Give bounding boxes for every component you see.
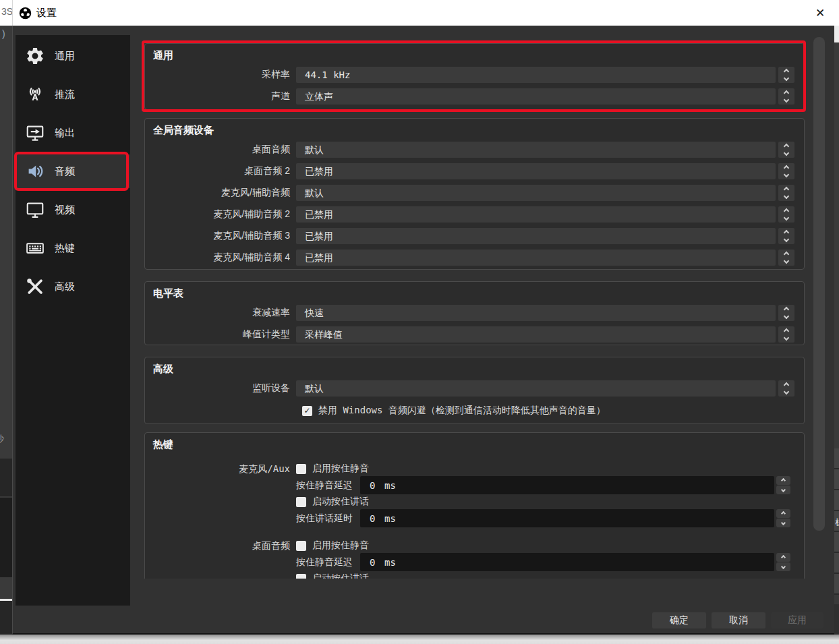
spinner-control[interactable] [778,305,794,321]
hotkey-group-label: 桌面音频 [145,539,296,579]
mic-aux-combo[interactable]: 默认 [296,185,776,201]
chevron-down-icon [784,76,789,81]
background-list-row [834,574,839,595]
checkbox-unchecked[interactable] [296,574,306,579]
chevron-down-icon [784,314,789,319]
desktop-background-strip [0,635,839,644]
chevron-down-icon [781,488,786,492]
spinner-control[interactable] [778,142,794,158]
monitoring-device-combo[interactable]: 默认 [296,380,776,397]
sidebar-item-label: 高级 [55,281,75,293]
settings-scroll-area[interactable]: 通用 采样率 44.1 kHz 声道 立体声 全局音频设备 桌面音频 [142,35,807,579]
spin-down-button[interactable] [776,519,790,527]
group-title: 热键 [145,433,804,452]
checkbox-checked[interactable]: ✓ [302,406,312,416]
spin-up-button[interactable] [776,509,790,518]
background-list-row [834,490,839,511]
background-list-row [834,532,839,553]
spin-up-button[interactable] [776,476,790,485]
setting-row-desktop-audio: 桌面音频 默认 [145,142,804,158]
background-panel-fragment [0,459,12,496]
tools-icon [25,276,45,297]
apply-button-disabled[interactable]: 应用 [771,612,823,628]
setting-row-mic-aux: 麦克风/辅助音频 默认 [145,185,804,201]
background-window-left-edge: ) 沙 [0,26,12,635]
background-panel-fragment [0,601,12,635]
push-to-talk-delay-input[interactable]: 0 ms [360,509,774,527]
spinner-control[interactable] [778,185,794,201]
spinner-control[interactable] [778,250,794,266]
peak-meter-type-combo[interactable]: 采样峰值 [296,326,776,343]
checkbox-label: 启动按住讲话 [312,496,369,508]
background-title-fragment: 3S [1,6,13,17]
spinner-control[interactable] [778,206,794,223]
desktop-audio-combo[interactable]: 默认 [296,142,776,158]
push-to-mute-delay-input[interactable]: 0 ms [360,553,774,571]
push-to-mute-enable-row: 启用按住静音 [296,462,790,475]
sidebar-item-audio[interactable]: 音频 [16,154,130,188]
speaker-icon [25,161,45,181]
spin-down-button[interactable] [776,562,790,571]
chevron-down-icon [784,215,789,221]
spinner-control[interactable] [778,326,794,343]
sidebar-item-hotkeys[interactable]: 热键 [16,231,130,265]
ducking-checkbox-row: ✓ 禁用 Windows 音频闪避（检测到通信活动时降低其他声音的音量） [302,404,804,417]
spinner-control[interactable] [778,67,794,83]
push-to-mute-delay-row: 按住静音延迟 0 ms [296,553,790,571]
checkbox-unchecked[interactable] [296,497,306,507]
field-label: 按住静音延迟 [296,479,355,492]
checkbox-unchecked[interactable] [296,464,306,474]
field-label: 麦克风/辅助音频 4 [145,252,296,264]
group-global-audio-devices: 全局音频设备 桌面音频 默认 桌面音频 2 已禁用 麦克风/辅助音频 默认 [144,118,805,270]
spinner-control[interactable] [778,163,794,179]
chevron-down-icon [781,564,786,569]
field-label: 按住讲话延时 [296,513,355,525]
close-icon[interactable]: ✕ [809,4,831,22]
vertical-scrollbar-thumb[interactable] [813,37,825,531]
background-fragment-paren: ) [2,28,5,39]
combo-value: 快速 [305,308,324,318]
sample-rate-combo[interactable]: 44.1 kHz [296,67,776,83]
spinner-control[interactable] [778,380,794,397]
field-label: 麦克风/辅助音频 3 [145,230,296,242]
spinner-control[interactable] [778,88,794,105]
combo-value: 已禁用 [305,252,333,263]
settings-dialog: 通用 推流 [12,26,834,635]
input-unit: ms [384,557,396,568]
obs-logo-icon [19,7,32,20]
cancel-button[interactable]: 取消 [712,612,765,628]
chevron-up-icon [784,165,789,171]
background-list-fragment: 机 [834,448,839,595]
setting-row-desktop-audio-2: 桌面音频 2 已禁用 [145,163,804,179]
spin-down-button[interactable] [776,486,790,494]
field-label: 衰减速率 [145,307,296,319]
spinner-control[interactable] [778,228,794,244]
sidebar-item-label: 通用 [55,50,75,63]
sidebar-item-video[interactable]: 视频 [16,193,130,227]
channels-combo[interactable]: 立体声 [296,88,776,105]
sidebar-item-advanced[interactable]: 高级 [16,270,130,303]
push-to-talk-delay-row: 按住讲话延时 0 ms [296,509,790,527]
dialog-titlebar[interactable]: 3S 设置 ✕ [0,0,839,26]
sidebar-item-output[interactable]: 输出 [16,116,130,150]
background-fragment-char: 沙 [0,434,4,446]
mic-aux-2-combo[interactable]: 已禁用 [296,206,776,223]
mic-aux-3-combo[interactable]: 已禁用 [296,228,776,244]
checkbox-label: 禁用 Windows 音频闪避（检测到通信活动时降低其他声音的音量） [318,405,606,417]
checkbox-unchecked[interactable] [296,541,306,551]
number-spinner [776,509,790,527]
chevron-down-icon [784,97,789,103]
push-to-mute-delay-input[interactable]: 0 ms [360,476,774,494]
input-value: 0 [360,480,384,491]
number-spinner [776,553,790,571]
sidebar-item-stream[interactable]: 推流 [16,78,130,111]
field-label: 采样率 [145,69,296,81]
desktop-audio-2-combo[interactable]: 已禁用 [296,163,776,179]
checkbox-label: 启动按住讲话 [312,573,369,579]
mic-aux-4-combo[interactable]: 已禁用 [296,250,776,266]
background-window-right-edge: 机 [834,0,839,644]
sidebar-item-general[interactable]: 通用 [16,39,130,73]
spin-up-button[interactable] [776,553,790,562]
decay-rate-combo[interactable]: 快速 [296,305,776,321]
ok-button[interactable]: 确定 [652,612,706,628]
